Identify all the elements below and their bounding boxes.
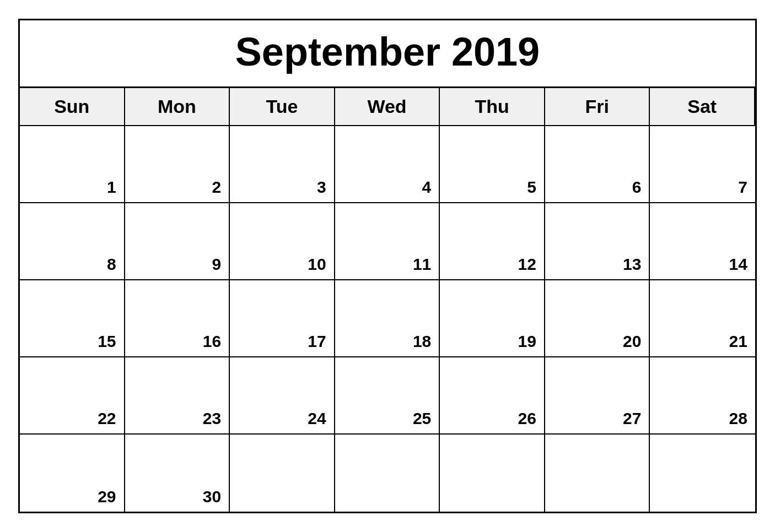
calendar: September 2019 Sun Mon Tue Wed Thu Fri S… — [18, 19, 757, 513]
day-cell: 7 — [650, 126, 755, 203]
day-cell: 25 — [335, 357, 440, 435]
day-cell: 12 — [440, 203, 545, 280]
day-cell: 14 — [650, 203, 755, 280]
day-cell-empty — [650, 435, 755, 512]
header-sun: Sun — [20, 88, 125, 126]
day-cell: 9 — [125, 203, 230, 280]
day-cell: 26 — [440, 357, 545, 435]
day-cell: 3 — [230, 126, 335, 203]
day-cell: 2 — [125, 126, 230, 203]
header-thu: Thu — [440, 88, 545, 126]
day-cell: 27 — [545, 357, 650, 435]
day-cell: 4 — [335, 126, 440, 203]
day-cell-empty — [440, 435, 545, 512]
day-cell: 16 — [125, 280, 230, 357]
day-cell: 19 — [440, 280, 545, 357]
day-cell: 6 — [545, 126, 650, 203]
header-fri: Fri — [545, 88, 650, 126]
day-cell: 10 — [230, 203, 335, 280]
day-cell: 20 — [545, 280, 650, 357]
day-cell: 21 — [650, 280, 755, 357]
header-tue: Tue — [230, 88, 335, 126]
day-cell: 29 — [20, 435, 125, 512]
day-cell-empty — [230, 435, 335, 512]
day-cell-empty — [335, 435, 440, 512]
header-wed: Wed — [335, 88, 440, 126]
day-cell: 28 — [650, 357, 755, 435]
day-cell: 30 — [125, 435, 230, 512]
header-sat: Sat — [650, 88, 755, 126]
day-cell: 18 — [335, 280, 440, 357]
day-cell: 5 — [440, 126, 545, 203]
day-cell: 24 — [230, 357, 335, 435]
day-cell: 1 — [20, 126, 125, 203]
calendar-grid: Sun Mon Tue Wed Thu Fri Sat 1 2 3 4 5 6 … — [20, 88, 755, 512]
day-cell: 8 — [20, 203, 125, 280]
header-mon: Mon — [125, 88, 230, 126]
day-cell: 17 — [230, 280, 335, 357]
day-cell: 23 — [125, 357, 230, 435]
day-cell: 22 — [20, 357, 125, 435]
calendar-title: September 2019 — [20, 20, 755, 88]
day-cell: 15 — [20, 280, 125, 357]
day-cell: 11 — [335, 203, 440, 280]
day-cell-empty — [545, 435, 650, 512]
day-cell: 13 — [545, 203, 650, 280]
